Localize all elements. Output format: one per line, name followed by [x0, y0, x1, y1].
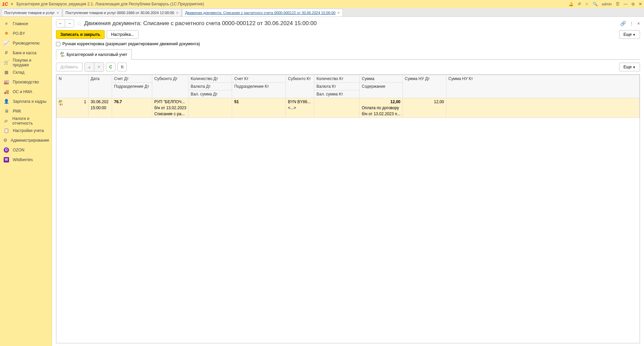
- restore-icon[interactable]: ⧉: [632, 2, 635, 6]
- sidebar-item-warehouse[interactable]: ▦Склад: [0, 67, 52, 77]
- wb-icon: W: [3, 157, 9, 162]
- move-up-button[interactable]: ▲: [85, 63, 94, 71]
- refresh-icon: C: [109, 65, 112, 69]
- tab-label: Поступление товаров и услуг 0000-1666 от…: [66, 11, 174, 15]
- th-sum-nu-dt[interactable]: Сумма НУ Дт: [402, 75, 446, 98]
- sidebar-item-ozon[interactable]: OOZON: [0, 145, 52, 155]
- cart-icon: 🛒: [3, 60, 9, 65]
- sidebar-item-label: Главное: [13, 21, 28, 26]
- kebab-icon[interactable]: ⋮: [629, 21, 634, 26]
- cell-subkonto-kt: BYN BY86... <...>: [286, 98, 314, 118]
- th-sum[interactable]: Сумма: [360, 75, 402, 83]
- titlebar: 1C ≡ Бухгалтерия для Беларуси, редакция …: [0, 0, 644, 8]
- th-currency-dt[interactable]: Валюта Дт: [189, 83, 232, 90]
- cell-date: 30.06.202 15:00:00: [89, 98, 112, 118]
- sidebar-item-label: РМК: [13, 109, 21, 114]
- th-acct-kt[interactable]: Счет Кт: [232, 75, 286, 83]
- settings-button[interactable]: Настройка...: [107, 30, 139, 39]
- cell-sum-nu-dt: 12,00: [402, 98, 446, 118]
- th-acct-dt[interactable]: Счет Дт: [112, 75, 152, 83]
- sidebar-item-bank[interactable]: ₽Банк и касса: [0, 48, 52, 58]
- cell-n: Дт Кт 1: [57, 98, 89, 118]
- close-icon[interactable]: ×: [57, 11, 59, 15]
- titlebar-right: 🔔 ↺ ☆ 🔍 admin ☰ — ⧉ ✕: [569, 2, 642, 6]
- sidebar-item-label: Руководителю: [13, 41, 40, 46]
- sidebar-item-main[interactable]: ≡Главное: [0, 19, 52, 28]
- sidebar-item-label: Зарплата и кадры: [13, 99, 46, 104]
- tab-bar: Поступление товаров и услуг × Поступлени…: [0, 8, 644, 17]
- user-label[interactable]: admin: [602, 2, 612, 6]
- sidebar-item-production[interactable]: 🏭Производство: [0, 77, 52, 87]
- cell-qty-dt: [189, 98, 232, 118]
- table-row[interactable]: Дт Кт 1 30.06.202 15:00:00 76.7: [57, 98, 640, 118]
- star-icon[interactable]: ☆: [585, 2, 589, 6]
- th-val-sum-dt[interactable]: Вал. сумма Дт: [189, 90, 232, 98]
- cell-acct-kt: 51: [232, 98, 286, 118]
- history-icon[interactable]: ↺: [578, 2, 581, 6]
- search-icon[interactable]: 🔍: [593, 2, 598, 6]
- table-more-button[interactable]: Еще▼: [619, 63, 640, 71]
- add-button[interactable]: Добавить: [56, 63, 83, 71]
- th-sum-nu-kt[interactable]: Сумма НУ Кт: [446, 75, 639, 98]
- th-n[interactable]: N: [57, 75, 89, 98]
- close-window-icon[interactable]: ✕: [639, 2, 642, 6]
- th-qty-kt[interactable]: Количество Кт: [314, 75, 360, 83]
- minimize-icon[interactable]: —: [624, 2, 628, 6]
- sidebar-item-rmk[interactable]: 🖥РМК: [0, 106, 52, 116]
- th-content[interactable]: Содержание: [360, 83, 402, 98]
- tab-accounting[interactable]: Дт Кт Бухгалтерский и налоговый учет: [56, 49, 132, 60]
- move-buttons: ▲ ▼: [85, 62, 104, 72]
- th-div-dt[interactable]: Подразделение Дт: [112, 83, 152, 98]
- settings-lines-icon[interactable]: ☰: [616, 2, 620, 6]
- cell-sum-nu-kt: [446, 98, 639, 118]
- link-icon[interactable]: 🔗: [620, 21, 626, 26]
- tab-1[interactable]: Поступление товаров и услуг ×: [1, 9, 62, 16]
- menu-icon[interactable]: ≡: [11, 2, 13, 6]
- tab-3[interactable]: Движения документа: Списание с расчетног…: [182, 9, 343, 16]
- manual-correction-checkbox[interactable]: [56, 42, 60, 46]
- sidebar-item-label: Настройки учета: [13, 128, 44, 133]
- table-wrapper[interactable]: N Дата Счет Дт Субконто Дт Количество Дт…: [56, 74, 640, 343]
- favorite-star-icon[interactable]: ☆: [77, 20, 82, 27]
- entries-table: N Дата Счет Дт Субконто Дт Количество Дт…: [56, 75, 640, 118]
- clipboard-icon: 📋: [3, 128, 9, 133]
- nav-forward-button[interactable]: →: [65, 20, 74, 27]
- sidebar-item-wildberries[interactable]: WWildberries: [0, 155, 52, 164]
- close-icon[interactable]: ×: [637, 21, 640, 26]
- sidebar-item-poby[interactable]: ✱PO.BY: [0, 28, 52, 38]
- factory-icon: 🏭: [3, 79, 9, 84]
- page-header: ← → ☆ Движения документа: Списание с рас…: [56, 19, 640, 27]
- th-qty-dt[interactable]: Количество Дт: [189, 75, 232, 83]
- sidebar-item-assets[interactable]: 🚚ОС и НМА: [0, 87, 52, 96]
- sidebar-item-settings[interactable]: 📋Настройки учета: [0, 126, 52, 135]
- sidebar-item-label: Склад: [13, 70, 24, 75]
- sidebar-item-purchase[interactable]: 🛒Покупки и продажи: [0, 58, 52, 67]
- monitor-icon: 🖥: [3, 109, 9, 114]
- th-date[interactable]: Дата: [89, 75, 112, 98]
- th-subkonto-kt[interactable]: Субконто Кт: [286, 75, 314, 98]
- sidebar-item-admin[interactable]: ⚙Администрирование: [0, 135, 52, 145]
- th-div-kt[interactable]: Подразделение Кт: [232, 83, 286, 98]
- export-button[interactable]: ⎘: [117, 63, 127, 71]
- sidebar-item-manager[interactable]: 📈Руководителю: [0, 38, 52, 48]
- th-val-sum-kt[interactable]: Вал. сумма Кт: [314, 90, 360, 98]
- refresh-button[interactable]: C: [106, 63, 115, 71]
- close-icon[interactable]: ×: [176, 11, 178, 15]
- more-button[interactable]: Еще▼: [619, 30, 640, 39]
- th-subkonto-dt[interactable]: Субконто Дт: [152, 75, 189, 98]
- sidebar-item-label: Банк и касса: [13, 51, 37, 55]
- th-currency-kt[interactable]: Валюта Кт: [314, 83, 360, 90]
- move-down-button[interactable]: ▼: [94, 63, 104, 71]
- tab-2[interactable]: Поступление товаров и услуг 0000-1666 от…: [63, 9, 181, 16]
- nav-buttons: ← →: [56, 19, 74, 27]
- toolbar: Записать и закрыть Настройка... Еще▼: [56, 30, 640, 39]
- cell-qty-kt: [314, 98, 360, 118]
- close-icon[interactable]: ×: [337, 11, 339, 15]
- sidebar-item-label: Налоги и отчетность: [12, 116, 48, 126]
- dtkt-icon: Дт Кт: [60, 52, 64, 58]
- nav-back-button[interactable]: ←: [56, 20, 65, 27]
- sidebar-item-salary[interactable]: 👤Зарплата и кадры: [0, 96, 52, 106]
- save-close-button[interactable]: Записать и закрыть: [56, 30, 105, 39]
- sidebar-item-taxes[interactable]: ДтНалоги и отчетность: [0, 116, 52, 126]
- bell-icon[interactable]: 🔔: [569, 2, 574, 6]
